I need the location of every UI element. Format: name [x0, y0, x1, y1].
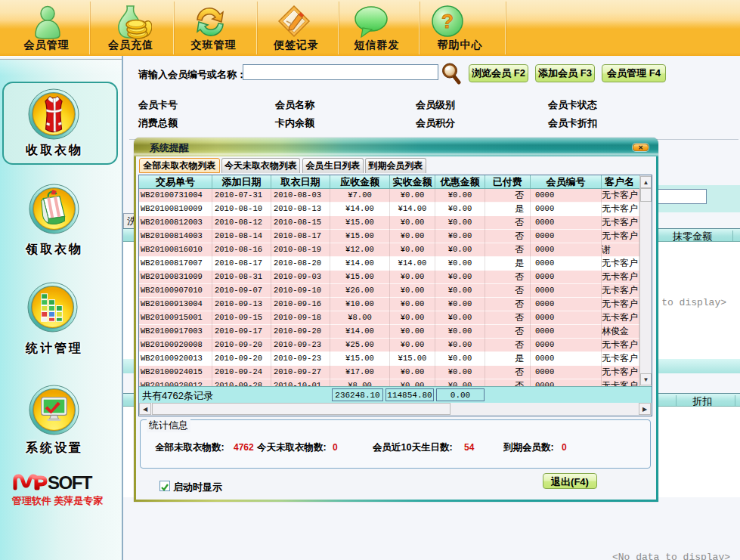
- svg-text:SOFT: SOFT: [48, 473, 93, 491]
- svg-text:?: ?: [441, 10, 454, 32]
